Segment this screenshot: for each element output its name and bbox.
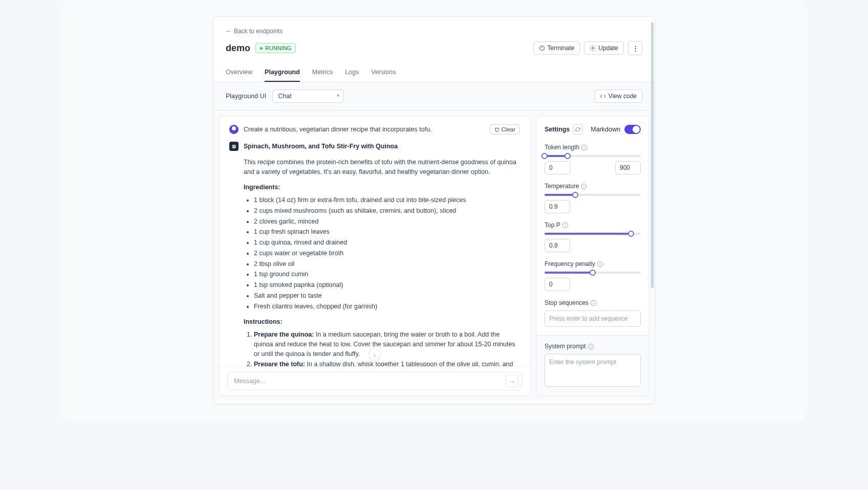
list-item: Salt and pepper to taste: [254, 291, 520, 301]
token-min-input[interactable]: [545, 161, 570, 174]
trash-icon: [494, 127, 500, 132]
svg-point-2: [592, 48, 594, 49]
temperature-slider[interactable]: [545, 194, 641, 196]
back-to-endpoints-link[interactable]: ← Back to endpoints: [226, 28, 283, 35]
list-item: 2 tbsp olive oil: [254, 259, 520, 269]
tab-logs[interactable]: Logs: [345, 63, 359, 82]
dots-vertical-icon: ⋮: [632, 44, 639, 52]
frequency-penalty-label: Frequency penalty: [545, 260, 595, 268]
tabs-nav: OverviewPlaygroundMetricsLogsVersions: [213, 63, 655, 82]
message-input[interactable]: [227, 372, 522, 390]
info-icon[interactable]: i: [597, 261, 603, 267]
info-icon[interactable]: i: [581, 184, 587, 189]
temperature-input[interactable]: [545, 200, 570, 213]
scroll-down-button[interactable]: ↓: [368, 348, 381, 361]
markdown-label: Markdown: [591, 126, 620, 133]
token-length-slider[interactable]: [545, 155, 641, 157]
gear-icon: [590, 45, 596, 51]
arrow-right-icon: →: [508, 377, 515, 385]
assistant-avatar-icon: ▦: [229, 142, 238, 151]
list-item: 2 cups mixed mushrooms (such as shiitake…: [254, 206, 520, 216]
power-icon: [539, 45, 545, 51]
more-menu-button[interactable]: ⋮: [628, 41, 642, 55]
info-icon[interactable]: i: [581, 145, 587, 150]
tab-versions[interactable]: Versions: [371, 63, 396, 82]
back-label: Back to endpoints: [234, 28, 283, 35]
info-icon[interactable]: i: [562, 222, 568, 228]
status-dot-icon: [260, 47, 263, 50]
list-item: 2 cups water or vegetable broth: [254, 249, 520, 258]
endpoint-title: demo: [226, 43, 250, 54]
info-icon[interactable]: i: [591, 300, 596, 306]
status-text: RUNNING: [265, 45, 291, 51]
instructions-heading: Instructions:: [244, 318, 283, 325]
app-window: ← Back to endpoints demo RUNNING: [213, 16, 655, 404]
list-item: 2 cloves garlic, minced: [254, 217, 520, 227]
recipe-intro: This recipe combines the protein-rich be…: [244, 158, 520, 177]
stop-sequences-label: Stop sequences: [545, 299, 589, 306]
temperature-label: Temperature: [545, 183, 579, 190]
list-item: Prepare the quinoa: In a medium saucepan…: [254, 330, 520, 359]
frequency-penalty-slider[interactable]: [545, 272, 641, 274]
markdown-toggle[interactable]: [624, 125, 641, 134]
send-button[interactable]: →: [506, 375, 518, 387]
settings-title: Settings: [545, 126, 570, 133]
refresh-icon: [575, 127, 580, 132]
terminate-button[interactable]: Terminate: [533, 41, 580, 55]
top-p-input[interactable]: [545, 239, 570, 252]
playground-toolbar: Playground UI Chat View code: [213, 82, 655, 110]
user-message: Create a nutritious, vegetarian dinner r…: [244, 125, 432, 135]
reset-settings-button[interactable]: [573, 124, 583, 135]
list-item: 1 tsp ground cumin: [254, 270, 520, 279]
instructions-list: Prepare the quinoa: In a medium saucepan…: [244, 330, 520, 366]
list-item: 1 cup fresh spinach leaves: [254, 227, 520, 237]
list-item: 1 tsp smoked paprika (optional): [254, 280, 520, 290]
user-avatar-icon: [229, 125, 238, 134]
playground-ui-label: Playground UI: [226, 93, 266, 100]
chat-panel: Create a nutritious, vegetarian dinner r…: [219, 116, 531, 396]
arrow-left-icon: ←: [226, 28, 232, 35]
tab-metrics[interactable]: Metrics: [312, 63, 333, 82]
stop-sequences-input[interactable]: [545, 310, 641, 327]
arrow-down-icon: ↓: [373, 351, 376, 358]
scrollbar[interactable]: [651, 22, 654, 288]
code-icon: [600, 93, 606, 99]
system-prompt-input[interactable]: [545, 354, 641, 387]
tab-playground[interactable]: Playground: [265, 63, 300, 82]
frequency-penalty-input[interactable]: [545, 278, 570, 291]
tab-overview[interactable]: Overview: [226, 63, 252, 82]
update-button[interactable]: Update: [584, 41, 624, 55]
ingredients-list: 1 block (14 oz) firm or extra-firm tofu,…: [244, 195, 520, 311]
ingredients-heading: Ingredients:: [244, 184, 280, 191]
clear-button[interactable]: Clear: [490, 124, 520, 135]
top-p-label: Top P: [545, 221, 560, 229]
top-p-slider[interactable]: [545, 233, 641, 235]
list-item: Fresh cilantro leaves, chopped (for garn…: [254, 302, 520, 311]
token-length-label: Token length: [545, 144, 579, 151]
token-max-input[interactable]: [615, 161, 641, 174]
status-badge: RUNNING: [255, 43, 296, 53]
view-code-button[interactable]: View code: [594, 90, 642, 103]
list-item: Prepare the tofu: In a shallow dish, whi…: [254, 360, 520, 366]
ui-mode-select[interactable]: Chat: [272, 90, 344, 103]
settings-panel: Settings Markdown Token length i: [536, 116, 649, 396]
recipe-title: Spinach, Mushroom, and Tofu Stir-Fry wit…: [244, 142, 520, 151]
info-icon[interactable]: i: [588, 344, 594, 349]
list-item: 1 cup quinoa, rinsed and drained: [254, 238, 520, 248]
system-prompt-label: System prompt: [545, 343, 586, 350]
list-item: 1 block (14 oz) firm or extra-firm tofu,…: [254, 195, 520, 205]
